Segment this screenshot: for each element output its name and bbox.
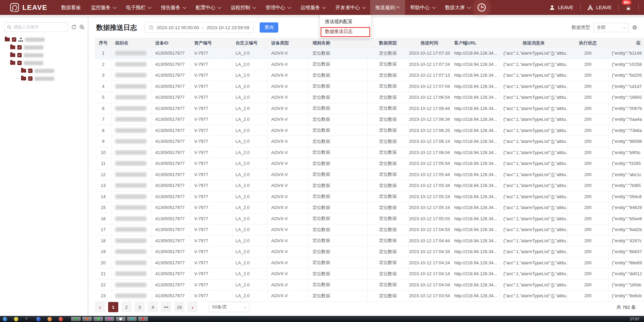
cell-response: {"entity":"b5ee6 — [608, 213, 644, 224]
nav-item-8[interactable]: 运维服务 — [295, 0, 330, 15]
taskbar-window-color-waves[interactable] — [82, 317, 92, 321]
nav-item-10[interactable]: 推送规则 — [370, 0, 405, 15]
nav-item-3[interactable]: 电子围栏 — [121, 0, 156, 15]
nav-item-5[interactable]: 配置中心 — [190, 0, 225, 15]
date-range-picker[interactable]: 2023-10-12 00:00:00 - 2023-10-12 23:59:5… — [144, 22, 254, 33]
cell-rule-name: 定位数据 — [309, 92, 368, 103]
nav-item-1[interactable]: 数据看板 — [56, 0, 86, 15]
tree-node-6[interactable]: ✓ — [0, 75, 87, 82]
table-row[interactable]: 3413050517977V-7977LA_2.0AOVX-V定位数据定位数据2… — [95, 70, 644, 81]
page-button-3[interactable]: 3 — [135, 302, 145, 312]
nav-item-11[interactable]: 帮助中心 — [405, 0, 440, 15]
tree-node-2[interactable]: ✓ — [0, 44, 87, 51]
table-row[interactable]: 21413050517977V-7977LA_2.0AOVX-V定位数据定位数据… — [95, 268, 644, 280]
taskbar-window-green-arrow[interactable] — [71, 317, 81, 321]
nav-item-label: 管理中心 — [265, 4, 285, 11]
table-row[interactable]: 22413050517977V-7977LA_2.0AOVX-V定位数据定位数据… — [95, 280, 644, 291]
table-row[interactable]: 10413050517977V-7977LA_2.0AOVX-V定位数据定位数据… — [95, 147, 644, 158]
taskbar-window-pink-blue[interactable] — [104, 317, 115, 321]
taskbar-window-green-dot[interactable] — [93, 317, 103, 321]
table-row[interactable]: 19413050517977V-7977LA_2.0AOVX-V定位数据定位数据… — [95, 246, 644, 258]
cell-org-name — [112, 224, 152, 235]
taskbar-app-black[interactable] — [25, 317, 29, 321]
taskbar-app-start[interactable] — [3, 317, 7, 321]
table-row[interactable]: 16413050517977V-7977LA_2.0AOVX-V定位数据定位数据… — [95, 213, 644, 225]
tree-checkbox-checked[interactable]: ✓ — [28, 76, 33, 81]
tree-checkbox-checked[interactable]: ✓ — [17, 61, 22, 65]
tree-checkbox-checked[interactable]: ✓ — [28, 69, 33, 73]
table-row[interactable]: 2413050517977V-7977LA_2.0AOVX-V定位数据定位数据2… — [95, 59, 644, 70]
table-row[interactable]: 23413050517977V-7977LA_2.0AOVX-V定位数据定位数据… — [95, 290, 644, 302]
page-button-1[interactable]: 1 — [108, 302, 118, 312]
table-row[interactable]: 11413050517977V-7977LA_2.0AOVX-V定位数据定位数据… — [95, 158, 644, 169]
next-page-button[interactable]: › — [187, 302, 198, 312]
table-row[interactable]: 7413050517977V-7977LA_2.0AOVX-V定位数据定位数据2… — [95, 114, 644, 125]
table-row[interactable]: 20413050517977V-7977LA_2.0AOVX-V定位数据定位数据… — [95, 258, 644, 269]
zoom-in-icon[interactable] — [79, 24, 85, 30]
tree-checkbox-checked[interactable]: ✓ — [17, 53, 22, 57]
settings-gear-icon[interactable]: ⚙ — [632, 24, 637, 31]
refresh-icon[interactable] — [71, 24, 77, 30]
dropdown-item-1[interactable]: 推送规则配置 — [320, 17, 371, 26]
page-button-2[interactable]: 2 — [121, 302, 132, 312]
nav-item-4[interactable]: 报告服务 — [156, 0, 190, 15]
tree-node-3[interactable]: ✓ — [0, 52, 87, 59]
data-type-select[interactable]: 全部 — [593, 23, 629, 32]
table-row[interactable]: 9413050517977V-7977LA_2.0AOVX-V定位数据定位数据2… — [95, 136, 644, 147]
taskbar-app-blue-window[interactable] — [36, 317, 41, 321]
table-row[interactable]: 14413050517977V-7977LA_2.0AOVX-V定位数据定位数据… — [95, 191, 644, 203]
org-menu[interactable]: LEAVE — [580, 4, 619, 11]
page-ellipsis[interactable]: ••• — [161, 302, 171, 312]
tree-search-input[interactable] — [14, 25, 66, 30]
table-row[interactable]: 17413050517977V-7977LA_2.0AOVX-V定位数据定位数据… — [95, 224, 644, 235]
dropdown-item-2[interactable]: 数据推送日志 — [320, 26, 371, 36]
tree-node-5[interactable]: ✓ — [0, 67, 87, 74]
nav-item-9[interactable]: 开发者中心 — [330, 0, 370, 15]
table-row[interactable]: 1413050517977V-7977LA_2.0AOVX-V定位数据定位数据2… — [95, 48, 644, 59]
table-row[interactable]: 12413050517977V-7977LA_2.0AOVX-V定位数据定位数据… — [95, 169, 644, 181]
language-menu[interactable] — [638, 4, 644, 11]
taskbar-app-yellow[interactable] — [14, 317, 18, 321]
table-row[interactable]: 13413050517977V-7977LA_2.0AOVX-V定位数据定位数据… — [95, 180, 644, 191]
taskbar-window-glyph — [97, 318, 100, 320]
cell-data-type: 定位数据 — [368, 268, 408, 279]
chevron-down-icon — [287, 5, 291, 9]
table-row[interactable]: 8413050517977V-7977LA_2.0AOVX-V定位数据定位数据2… — [95, 125, 644, 136]
tree-checkbox-checked[interactable]: ✓ — [12, 37, 16, 42]
nav-item-6[interactable]: 远程控制 — [225, 0, 260, 15]
tree-search-box[interactable] — [4, 22, 68, 32]
tree-node-1[interactable]: ✓ — [0, 36, 87, 43]
cell-seq: 13 — [95, 180, 112, 191]
nav-item-7[interactable]: 管理中心 — [260, 0, 295, 15]
tree-checkbox-checked[interactable]: ✓ — [17, 45, 22, 50]
table-row[interactable]: 4413050517977V-7977LA_2.0AOVX-V定位数据定位数据2… — [95, 81, 644, 92]
org-name-blurred — [115, 194, 146, 199]
history-button[interactable] — [475, 1, 488, 14]
cell-device-id: 413050517977 — [152, 213, 191, 224]
app-logo[interactable]: LEAVE — [0, 3, 56, 12]
taskbar-app-red[interactable] — [59, 317, 63, 321]
nav-item-2[interactable]: 监控服务 — [86, 0, 121, 15]
user-menu[interactable]: LEAVE — [543, 4, 580, 11]
cell-asset-no: V-7977 — [191, 136, 232, 147]
taskbar-window-teal[interactable] — [127, 317, 137, 321]
query-button[interactable]: 查询 — [260, 22, 278, 33]
prev-page-button[interactable]: ‹ — [95, 302, 105, 312]
table-row[interactable]: 15413050517977V-7977LA_2.0AOVX-V定位数据定位数据… — [95, 202, 644, 213]
tree-node-4[interactable]: ✓ — [0, 59, 87, 67]
cell-asset-no: V-7977 — [191, 70, 232, 81]
page-button-4[interactable]: 4 — [148, 302, 158, 312]
table-row[interactable]: 6413050517977V-7977LA_2.0AOVX-V定位数据定位数据2… — [95, 103, 644, 114]
table-row[interactable]: 5413050517977V-7977LA_2.0AOVX-V定位数据定位数据2… — [95, 92, 644, 103]
page-button-16[interactable]: 16 — [174, 302, 184, 312]
taskbar-window-red-dot[interactable] — [138, 317, 148, 321]
page-size-select[interactable]: 50条/页 — [209, 302, 249, 312]
taskbar-window-white-dot[interactable] — [116, 317, 126, 321]
nav-item-12[interactable]: 数据大屏 — [440, 0, 475, 15]
alarm-menu[interactable]: 99+ — [618, 4, 638, 11]
taskbar-app-orange[interactable] — [47, 317, 52, 321]
taskbar-window-glyph — [108, 318, 111, 320]
table-row[interactable]: 18413050517977V-7977LA_2.0AOVX-V定位数据定位数据… — [95, 235, 644, 247]
cell-data-type: 定位数据 — [368, 92, 408, 103]
cell-device-type: AOVX-V — [268, 280, 309, 290]
